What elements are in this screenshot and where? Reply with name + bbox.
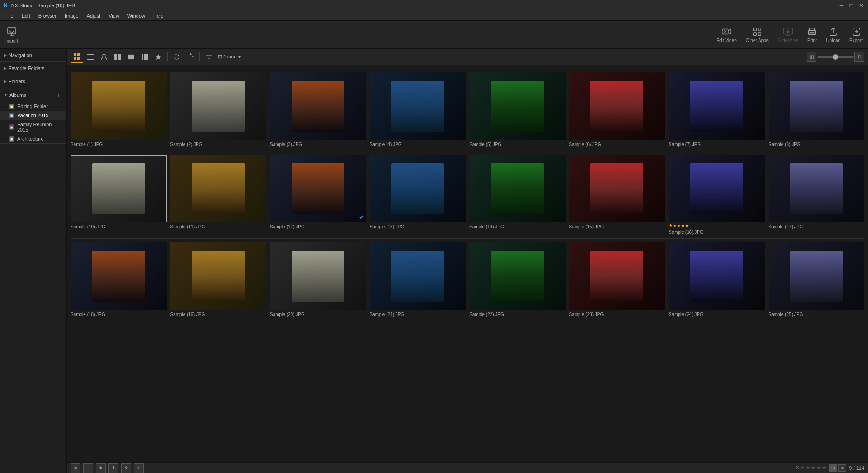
photo-item[interactable]: Sample (18).JPG xyxy=(71,242,167,317)
status-grid-view-button[interactable]: ⊞ xyxy=(71,463,80,473)
photo-thumbnail[interactable] xyxy=(71,72,167,140)
export-button[interactable]: Export xyxy=(849,27,863,43)
zoom-out-button[interactable]: ◫ xyxy=(807,52,816,62)
photo-thumbnail[interactable] xyxy=(769,72,865,140)
photo-thumbnail[interactable] xyxy=(370,242,466,310)
photo-thumbnail[interactable] xyxy=(370,155,466,222)
photo-item[interactable]: Sample (19).JPG xyxy=(170,242,267,317)
photo-item[interactable]: Sample (11).JPG xyxy=(170,155,267,235)
photo-item[interactable]: Sample (17).JPG xyxy=(769,155,865,235)
photo-item[interactable]: Sample (23).JPG xyxy=(569,242,665,317)
menu-window[interactable]: Window xyxy=(124,12,149,19)
status-filmstrip-button[interactable]: ▣ xyxy=(96,463,106,473)
favorite-folders-header[interactable]: ▶ Favorite Folders xyxy=(0,62,66,75)
rotate-left-button[interactable] xyxy=(170,51,183,63)
view-mode-list-button[interactable] xyxy=(84,51,97,63)
photo-thumbnail[interactable] xyxy=(270,72,366,140)
photo-thumbnail[interactable] xyxy=(71,242,167,310)
photo-item[interactable]: Sample (15).JPG xyxy=(569,155,665,235)
photo-item[interactable]: Sample (20).JPG xyxy=(270,242,366,317)
photo-thumbnail[interactable] xyxy=(469,242,566,310)
photo-thumbnail[interactable] xyxy=(769,155,865,222)
photo-thumbnail[interactable] xyxy=(569,155,665,222)
photo-thumbnail[interactable]: ✔ xyxy=(270,155,366,222)
sidebar-item-vacation-2019[interactable]: ▣ Vacation 2019 xyxy=(0,111,66,120)
sidebar-item-family-reunion[interactable]: ▣ Family Reunion 2015 xyxy=(0,120,66,134)
photo-thumbnail[interactable] xyxy=(769,242,865,310)
view-mode-rating-button[interactable] xyxy=(152,51,165,63)
view-mode-multiview-button[interactable] xyxy=(138,51,151,63)
print-button[interactable]: Print xyxy=(807,27,817,43)
photo-item[interactable]: ★★★★★Sample (16).JPG xyxy=(669,155,765,235)
photo-item[interactable]: Sample (6).JPG xyxy=(569,72,665,147)
photo-thumbnail[interactable] xyxy=(569,72,665,140)
photo-thumbnail[interactable] xyxy=(170,242,267,310)
menu-view[interactable]: View xyxy=(105,12,123,19)
photo-item[interactable]: ✔Sample (12).JPG xyxy=(270,155,366,235)
photo-thumbnail[interactable] xyxy=(669,155,765,222)
photo-thumbnail[interactable] xyxy=(270,242,366,310)
status-info-button[interactable]: ℹ xyxy=(108,463,118,473)
slideshow-button[interactable]: Slideshow xyxy=(778,27,798,43)
photo-thumbnail[interactable] xyxy=(669,72,765,140)
photo-item[interactable]: Sample (3).JPG xyxy=(270,72,366,147)
menu-file[interactable]: File xyxy=(2,12,17,19)
star-3-icon[interactable]: ★ xyxy=(811,465,816,471)
star-5-icon[interactable]: ★ xyxy=(822,465,826,471)
photo-item[interactable]: Sample (8).JPG xyxy=(769,72,865,147)
edit-video-button[interactable]: Edit Video xyxy=(716,27,736,43)
star-4-icon[interactable]: ★ xyxy=(816,465,821,471)
status-settings-button[interactable]: ⚙ xyxy=(121,463,131,473)
zoom-slider[interactable] xyxy=(817,56,854,58)
photo-item[interactable]: Sample (5).JPG xyxy=(469,72,566,147)
photo-thumbnail[interactable] xyxy=(370,72,466,140)
view-mode-grid-button[interactable] xyxy=(71,51,83,63)
photo-item[interactable]: Sample (24).JPG xyxy=(669,242,765,317)
view-mode-person-button[interactable] xyxy=(98,51,110,63)
minimize-button[interactable]: ─ xyxy=(838,2,844,9)
photo-item[interactable]: Sample (1).JPG xyxy=(71,72,167,147)
status-list-view-button[interactable]: ≡ xyxy=(83,463,93,473)
zoom-thumb[interactable] xyxy=(833,54,838,60)
photo-thumbnail[interactable] xyxy=(170,155,267,222)
menu-image[interactable]: Image xyxy=(61,12,82,19)
status-grid-toggle[interactable]: ⊞ xyxy=(829,464,837,472)
photo-item[interactable]: Sample (22).JPG xyxy=(469,242,566,317)
maximize-button[interactable]: □ xyxy=(848,2,854,9)
status-list-toggle[interactable]: ≡ xyxy=(838,464,846,472)
view-mode-filmstrip-button[interactable] xyxy=(125,51,137,63)
photo-item[interactable]: Sample (25).JPG xyxy=(769,242,865,317)
star-1-icon[interactable]: ★ xyxy=(800,465,805,471)
photo-item[interactable]: Sample (13).JPG xyxy=(370,155,466,235)
photo-thumbnail[interactable] xyxy=(71,155,167,222)
menu-edit[interactable]: Edit xyxy=(18,12,34,19)
sidebar-item-editing-folder[interactable]: ▣ Editing Folder xyxy=(0,102,66,111)
filter-button[interactable] xyxy=(203,51,215,63)
photo-thumbnail[interactable] xyxy=(569,242,665,310)
photo-item[interactable]: Sample (2).JPG xyxy=(170,72,267,147)
view-mode-compare-button[interactable] xyxy=(111,51,124,63)
menu-browser[interactable]: Browser xyxy=(35,12,60,19)
menu-adjust[interactable]: Adjust xyxy=(83,12,104,19)
photo-item[interactable]: Sample (21).JPG xyxy=(370,242,466,317)
photo-thumbnail[interactable] xyxy=(469,155,566,222)
photo-item[interactable]: Sample (7).JPG xyxy=(669,72,765,147)
folders-header[interactable]: ▶ Folders xyxy=(0,75,66,88)
other-apps-button[interactable]: Other Apps xyxy=(746,27,769,43)
rating-clear-icon[interactable]: ✕ xyxy=(795,465,799,471)
photo-item[interactable]: Sample (14).JPG xyxy=(469,155,566,235)
close-button[interactable]: ✕ xyxy=(858,2,864,9)
photo-thumbnail[interactable] xyxy=(669,242,765,310)
photo-thumbnail[interactable] xyxy=(469,72,566,140)
photo-item[interactable]: Sample (10).JPG xyxy=(71,155,167,235)
star-2-icon[interactable]: ★ xyxy=(806,465,810,471)
add-album-button[interactable]: + xyxy=(57,92,63,98)
rotate-right-button[interactable] xyxy=(184,51,197,63)
albums-header[interactable]: ▼ Albums + xyxy=(0,88,66,102)
import-button[interactable]: Import xyxy=(5,26,18,43)
menu-help[interactable]: Help xyxy=(150,12,167,19)
photo-item[interactable]: Sample (4).JPG xyxy=(370,72,466,147)
photo-thumbnail[interactable] xyxy=(170,72,267,140)
sidebar-item-architecture[interactable]: ▣ Architecture xyxy=(0,134,66,143)
navigation-header[interactable]: ▶ Navigation xyxy=(0,49,66,61)
